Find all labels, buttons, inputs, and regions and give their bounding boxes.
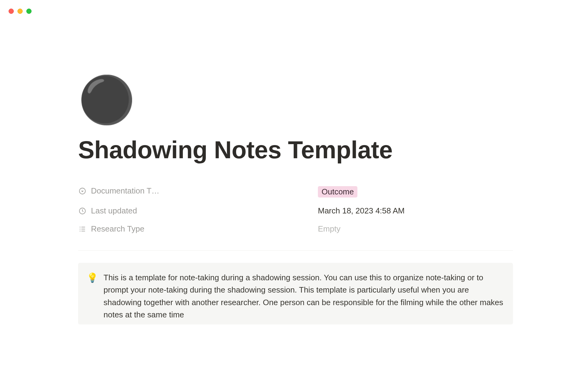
page-content: ⚫ Shadowing Notes Template Documentation… [78,75,513,324]
close-window-button[interactable] [9,9,14,14]
page-icon[interactable]: ⚫ [78,75,127,124]
property-value-tag[interactable]: Outcome [318,186,358,197]
page-properties: Documentation T… Outcome Last updated [78,182,513,238]
svg-point-4 [80,231,81,232]
callout-block[interactable]: 💡 This is a template for note-taking dur… [78,263,513,324]
callout-text[interactable]: This is a template for note-taking durin… [104,271,504,321]
clock-icon [78,207,87,215]
maximize-window-button[interactable] [26,9,32,14]
list-icon [78,225,87,233]
property-label: Documentation T… [91,186,160,196]
lightbulb-icon: 💡 [87,271,98,321]
property-row-research-type[interactable]: Research Type Empty [78,220,513,238]
window-traffic-lights [9,9,32,14]
property-label: Research Type [91,224,144,234]
svg-point-2 [80,227,81,228]
divider [78,250,513,251]
property-value-date[interactable]: March 18, 2023 4:58 AM [318,206,405,215]
select-icon [78,187,87,195]
page-title[interactable]: Shadowing Notes Template [78,136,513,163]
property-row-documentation-type[interactable]: Documentation T… Outcome [78,182,513,202]
property-row-last-updated[interactable]: Last updated March 18, 2023 4:58 AM [78,202,513,220]
property-label: Last updated [91,206,137,216]
minimize-window-button[interactable] [17,9,23,14]
property-value-empty[interactable]: Empty [318,224,341,233]
svg-point-3 [80,228,81,229]
